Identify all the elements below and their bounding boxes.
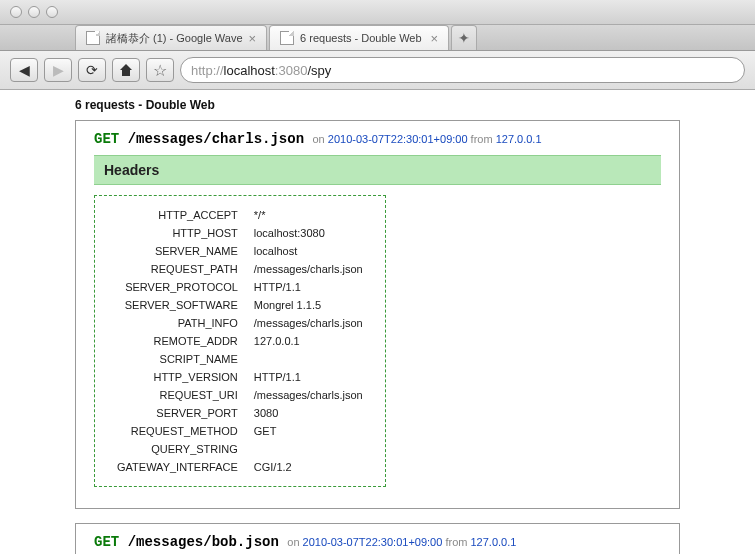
- home-icon: [119, 64, 133, 76]
- table-row: REQUEST_URI/messages/charls.json: [109, 386, 371, 404]
- close-icon[interactable]: ×: [431, 31, 439, 46]
- table-row: QUERY_STRING: [109, 440, 371, 458]
- table-row: REMOTE_ADDR127.0.0.1: [109, 332, 371, 350]
- table-row: GATEWAY_INTERFACECGI/1.2: [109, 458, 371, 476]
- header-value: 3080: [246, 404, 371, 422]
- header-value: /messages/charls.json: [246, 386, 371, 404]
- window-controls: [0, 0, 755, 25]
- header-value: localhost: [246, 242, 371, 260]
- url-protocol: http://: [191, 63, 224, 78]
- request-block: GET /messages/bob.json on 2010-03-07T22:…: [75, 523, 680, 554]
- header-key: REMOTE_ADDR: [109, 332, 246, 350]
- request-timestamp[interactable]: 2010-03-07T22:30:01+09:00: [303, 536, 443, 548]
- header-key: PATH_INFO: [109, 314, 246, 332]
- close-icon[interactable]: ×: [249, 31, 257, 46]
- new-tab-button[interactable]: ✦: [451, 25, 477, 50]
- tab-double-web[interactable]: 6 requests - Double Web ×: [269, 25, 449, 50]
- header-key: SCRIPT_NAME: [109, 350, 246, 368]
- header-key: SERVER_PORT: [109, 404, 246, 422]
- header-key: SERVER_SOFTWARE: [109, 296, 246, 314]
- header-key: HTTP_ACCEPT: [109, 206, 246, 224]
- header-key: SERVER_PROTOCOL: [109, 278, 246, 296]
- request-block: GET /messages/charls.json on 2010-03-07T…: [75, 120, 680, 509]
- header-value: /messages/charls.json: [246, 314, 371, 332]
- headers-table: HTTP_ACCEPT*/* HTTP_HOSTlocalhost:3080 S…: [94, 195, 386, 487]
- table-row: REQUEST_PATH/messages/charls.json: [109, 260, 371, 278]
- reload-button[interactable]: ⟳: [78, 58, 106, 82]
- header-key: GATEWAY_INTERFACE: [109, 458, 246, 476]
- header-key: QUERY_STRING: [109, 440, 246, 458]
- request-timestamp[interactable]: 2010-03-07T22:30:01+09:00: [328, 133, 468, 145]
- header-value: [246, 350, 371, 368]
- home-button[interactable]: [112, 58, 140, 82]
- tab-google-wave[interactable]: 諸橋恭介 (1) - Google Wave ×: [75, 25, 267, 50]
- page-icon: [86, 31, 100, 45]
- table-row: HTTP_VERSIONHTTP/1.1: [109, 368, 371, 386]
- window-zoom-button[interactable]: [46, 6, 58, 18]
- table-row: HTTP_HOSTlocalhost:3080: [109, 224, 371, 242]
- header-key: SERVER_NAME: [109, 242, 246, 260]
- toolbar: ◀ ▶ ⟳ ☆ http://localhost:3080/spy: [0, 51, 755, 90]
- header-value: Mongrel 1.1.5: [246, 296, 371, 314]
- content: 6 requests - Double Web GET /messages/ch…: [0, 90, 755, 554]
- request-line: GET /messages/bob.json on 2010-03-07T22:…: [94, 534, 661, 550]
- from-label: from: [445, 536, 467, 548]
- header-value: HTTP/1.1: [246, 278, 371, 296]
- on-label: on: [287, 536, 299, 548]
- header-value: 127.0.0.1: [246, 332, 371, 350]
- header-key: REQUEST_METHOD: [109, 422, 246, 440]
- from-label: from: [471, 133, 493, 145]
- url-host: localhost: [224, 63, 275, 78]
- headers-section-header: Headers: [94, 155, 661, 185]
- tab-bar: 諸橋恭介 (1) - Google Wave × 6 requests - Do…: [0, 25, 755, 51]
- table-row: SERVER_PORT3080: [109, 404, 371, 422]
- page-title: 6 requests - Double Web: [75, 98, 680, 112]
- url-bar[interactable]: http://localhost:3080/spy: [180, 57, 745, 83]
- back-button[interactable]: ◀: [10, 58, 38, 82]
- star-icon: ☆: [153, 61, 167, 80]
- header-value: [246, 440, 371, 458]
- request-ip[interactable]: 127.0.0.1: [496, 133, 542, 145]
- header-value: */*: [246, 206, 371, 224]
- header-value: CGI/1.2: [246, 458, 371, 476]
- forward-button[interactable]: ▶: [44, 58, 72, 82]
- bookmark-button[interactable]: ☆: [146, 58, 174, 82]
- header-value: HTTP/1.1: [246, 368, 371, 386]
- window-minimize-button[interactable]: [28, 6, 40, 18]
- table-row: SCRIPT_NAME: [109, 350, 371, 368]
- header-key: HTTP_HOST: [109, 224, 246, 242]
- table-row: SERVER_SOFTWAREMongrel 1.1.5: [109, 296, 371, 314]
- request-method: GET: [94, 534, 119, 550]
- request-method: GET: [94, 131, 119, 147]
- table-row: PATH_INFO/messages/charls.json: [109, 314, 371, 332]
- table-row: REQUEST_METHODGET: [109, 422, 371, 440]
- request-path: /messages/bob.json: [128, 534, 279, 550]
- url-port: :3080: [275, 63, 308, 78]
- tab-label: 諸橋恭介 (1) - Google Wave: [106, 31, 243, 46]
- table-row: SERVER_PROTOCOLHTTP/1.1: [109, 278, 371, 296]
- header-value: localhost:3080: [246, 224, 371, 242]
- tab-label: 6 requests - Double Web: [300, 32, 421, 44]
- url-path: /spy: [307, 63, 331, 78]
- request-ip[interactable]: 127.0.0.1: [470, 536, 516, 548]
- request-path: /messages/charls.json: [128, 131, 304, 147]
- on-label: on: [312, 133, 324, 145]
- page-icon: [280, 31, 294, 45]
- table-row: HTTP_ACCEPT*/*: [109, 206, 371, 224]
- window-close-button[interactable]: [10, 6, 22, 18]
- header-key: REQUEST_PATH: [109, 260, 246, 278]
- header-value: /messages/charls.json: [246, 260, 371, 278]
- table-row: SERVER_NAMElocalhost: [109, 242, 371, 260]
- header-value: GET: [246, 422, 371, 440]
- header-key: HTTP_VERSION: [109, 368, 246, 386]
- request-line: GET /messages/charls.json on 2010-03-07T…: [94, 131, 661, 147]
- header-key: REQUEST_URI: [109, 386, 246, 404]
